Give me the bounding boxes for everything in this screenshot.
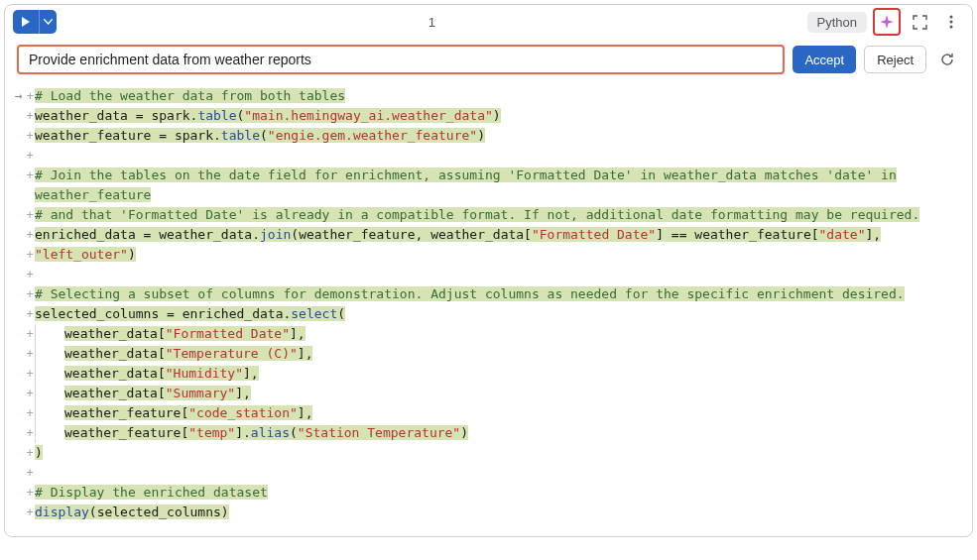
- expand-icon: [913, 15, 927, 30]
- gutter: +: [15, 423, 35, 443]
- cell-number: 1: [62, 15, 801, 30]
- refresh-icon: [939, 52, 955, 67]
- code-line[interactable]: +: [15, 463, 960, 483]
- code-line[interactable]: +weather_data = spark.table("main.heming…: [15, 106, 960, 126]
- gutter: +: [15, 106, 35, 126]
- diff-plus-icon: +: [25, 166, 35, 185]
- run-dropdown[interactable]: [39, 10, 57, 34]
- code-content: weather_feature: [35, 185, 960, 205]
- code-content: "left_outer"): [35, 245, 960, 265]
- code-content: weather_data["Summary"],: [35, 384, 960, 403]
- code-line[interactable]: +selected_columns = enriched_data.select…: [15, 304, 960, 324]
- diff-plus-icon: +: [25, 344, 35, 364]
- notebook-cell: 1 Python Accept Reject →+# Load the weat…: [4, 4, 973, 537]
- code-line[interactable]: +): [15, 443, 960, 463]
- reject-button[interactable]: Reject: [864, 46, 926, 73]
- ai-prompt-input[interactable]: [17, 45, 785, 74]
- code-content: weather_feature = spark.table("engie.gem…: [35, 126, 960, 146]
- code-content: weather_data["Humidity"],: [35, 364, 960, 384]
- language-badge[interactable]: Python: [807, 12, 867, 33]
- code-line[interactable]: +enriched_data = weather_data.join(weath…: [15, 225, 960, 245]
- gutter: +: [15, 304, 35, 324]
- code-content: # and that 'Formatted Date' is already i…: [35, 205, 960, 225]
- svg-point-1: [950, 21, 953, 24]
- diff-plus-icon: +: [25, 205, 35, 225]
- diff-plus-icon: +: [25, 384, 35, 403]
- gutter: +: [15, 344, 35, 364]
- gutter: +: [15, 245, 35, 265]
- code-content: enriched_data = weather_data.join(weathe…: [35, 225, 960, 245]
- code-line[interactable]: + weather_data["Summary"],: [15, 384, 960, 403]
- code-line[interactable]: +: [15, 146, 960, 166]
- expand-button[interactable]: [907, 9, 932, 35]
- gutter: +: [15, 463, 35, 483]
- current-line-arrow-icon: →: [15, 86, 23, 106]
- code-line[interactable]: +# Selecting a subset of columns for dem…: [15, 284, 960, 304]
- more-button[interactable]: [938, 9, 964, 35]
- ai-prompt-row: Accept Reject: [5, 39, 972, 84]
- chevron-down-icon: [44, 19, 53, 25]
- kebab-icon: [949, 15, 953, 29]
- diff-plus-icon: +: [25, 324, 35, 344]
- diff-plus-icon: +: [25, 284, 35, 304]
- code-line[interactable]: weather_feature: [15, 185, 960, 205]
- diff-plus-icon: +: [25, 423, 35, 443]
- accept-button[interactable]: Accept: [793, 46, 856, 73]
- run-button-group: [13, 10, 57, 34]
- gutter: +: [15, 384, 35, 403]
- gutter: +: [15, 403, 35, 423]
- code-line[interactable]: +"left_outer"): [15, 245, 960, 265]
- code-content: # Load the weather data from both tables: [35, 86, 960, 106]
- gutter: +: [15, 324, 35, 344]
- gutter: +: [15, 166, 35, 185]
- gutter: +: [15, 483, 35, 503]
- cell-toolbar: 1 Python: [5, 5, 972, 39]
- run-button[interactable]: [13, 10, 39, 34]
- gutter: +: [15, 205, 35, 225]
- code-line[interactable]: +display(selected_columns): [15, 503, 960, 522]
- code-editor[interactable]: →+# Load the weather data from both tabl…: [5, 84, 972, 536]
- code-line[interactable]: + weather_data["Formatted Date"],: [15, 324, 960, 344]
- diff-plus-icon: +: [25, 265, 35, 284]
- code-line[interactable]: +# Display the enriched dataset: [15, 483, 960, 503]
- gutter: +: [15, 503, 35, 522]
- gutter: +: [15, 364, 35, 384]
- code-content: # Display the enriched dataset: [35, 483, 960, 503]
- code-line[interactable]: + weather_data["Humidity"],: [15, 364, 960, 384]
- code-line[interactable]: +: [15, 265, 960, 284]
- diff-plus-icon: +: [25, 304, 35, 324]
- regenerate-button[interactable]: [934, 47, 960, 72]
- sparkle-icon: [879, 14, 895, 30]
- diff-plus-icon: +: [25, 364, 35, 384]
- gutter: +: [15, 265, 35, 284]
- diff-plus-icon: +: [25, 463, 35, 483]
- code-content: weather_feature["temp"].alias("Station T…: [35, 423, 960, 443]
- diff-plus-icon: +: [25, 245, 35, 265]
- code-line[interactable]: →+# Load the weather data from both tabl…: [15, 86, 960, 106]
- diff-plus-icon: +: [25, 126, 35, 146]
- code-content: ): [35, 443, 960, 463]
- code-line[interactable]: +# Join the tables on the date field for…: [15, 166, 960, 185]
- gutter: →+: [15, 86, 35, 106]
- svg-point-0: [950, 16, 953, 19]
- code-content: weather_data["Temperature (C)"],: [35, 344, 960, 364]
- gutter: +: [15, 126, 35, 146]
- code-content: weather_data = spark.table("main.hemingw…: [35, 106, 960, 126]
- code-content: weather_feature["code_station"],: [35, 403, 960, 423]
- gutter: +: [15, 146, 35, 166]
- diff-plus-icon: +: [25, 106, 35, 126]
- diff-plus-icon: +: [25, 503, 35, 522]
- play-icon: [21, 17, 31, 27]
- code-content: weather_data["Formatted Date"],: [35, 324, 960, 344]
- ai-assist-button[interactable]: [873, 8, 901, 36]
- code-line[interactable]: + weather_feature["code_station"],: [15, 403, 960, 423]
- code-content: # Selecting a subset of columns for demo…: [35, 284, 960, 304]
- code-line[interactable]: + weather_feature["temp"].alias("Station…: [15, 423, 960, 443]
- gutter: +: [15, 443, 35, 463]
- code-line[interactable]: +weather_feature = spark.table("engie.ge…: [15, 126, 960, 146]
- diff-plus-icon: +: [25, 403, 35, 423]
- code-line[interactable]: + weather_data["Temperature (C)"],: [15, 344, 960, 364]
- gutter: +: [15, 284, 35, 304]
- code-line[interactable]: +# and that 'Formatted Date' is already …: [15, 205, 960, 225]
- code-content: selected_columns = enriched_data.select(: [35, 304, 960, 324]
